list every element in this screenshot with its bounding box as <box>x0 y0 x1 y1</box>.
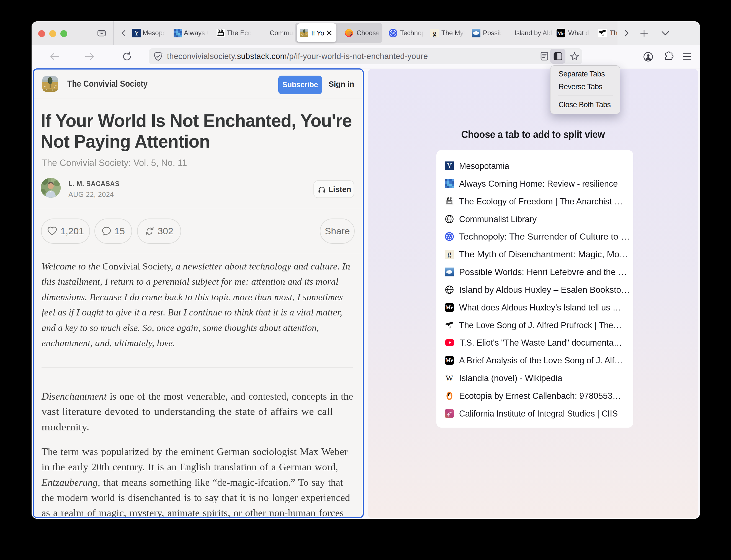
svg-text:g: g <box>433 29 437 37</box>
svg-text:W: W <box>445 374 453 382</box>
svg-text:Y: Y <box>447 162 452 170</box>
svg-text:Me: Me <box>445 357 453 363</box>
svg-text:g: g <box>447 250 451 258</box>
svg-text:Me: Me <box>557 30 564 36</box>
svg-text:W: W <box>447 234 452 240</box>
svg-text:Y: Y <box>134 29 139 37</box>
svg-text:Me: Me <box>445 304 453 310</box>
svg-text:W: W <box>391 30 395 36</box>
